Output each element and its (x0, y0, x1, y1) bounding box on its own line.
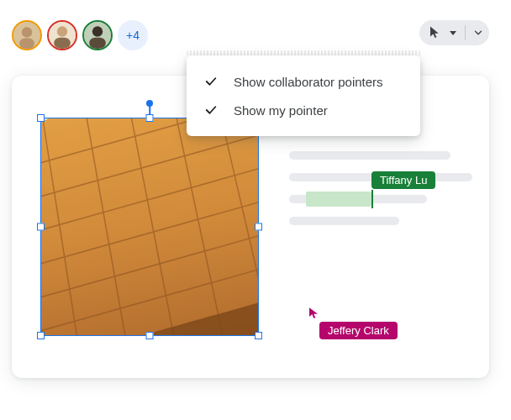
svg-point-4 (57, 26, 67, 36)
avatar[interactable] (47, 20, 77, 50)
svg-point-7 (92, 26, 103, 36)
text-line: Tiffany Lu (289, 195, 427, 203)
menu-item-label: Show my pointer (234, 103, 328, 118)
collaborator-pointer: Jeffery Clark (308, 307, 321, 323)
cursor-icon (428, 25, 443, 40)
resize-handle[interactable] (37, 114, 45, 122)
menu-item-show-collab-pointers[interactable]: Show collaborator pointers (187, 67, 420, 96)
pointer-tool-button[interactable] (419, 20, 489, 45)
avatar[interactable] (12, 20, 42, 50)
caret-down-icon (450, 31, 456, 35)
resize-handle[interactable] (255, 332, 262, 339)
rotation-handle[interactable] (146, 100, 153, 107)
divider (465, 25, 466, 40)
pointer-options-menu: Show collaborator pointers Show my point… (187, 55, 420, 136)
resize-handle[interactable] (255, 223, 262, 231)
check-icon (203, 102, 219, 118)
menu-item-label: Show collaborator pointers (234, 75, 383, 89)
collaborator-avatars: +4 (12, 20, 148, 50)
collaborator-tag: Tiffany Lu (371, 171, 435, 189)
text-placeholder-block: Tiffany Lu (289, 151, 472, 239)
text-selection-highlight (306, 192, 371, 207)
text-line (289, 217, 399, 225)
resize-handle[interactable] (146, 332, 154, 339)
svg-point-1 (22, 27, 32, 37)
svg-rect-5 (54, 38, 71, 49)
more-collaborators-badge[interactable]: +4 (118, 20, 148, 50)
menu-item-show-my-pointer[interactable]: Show my pointer (187, 96, 420, 124)
svg-rect-2 (19, 39, 34, 49)
text-line (289, 151, 450, 160)
resize-handle[interactable] (37, 332, 45, 339)
svg-rect-8 (89, 38, 106, 49)
collaborator-tag: Jeffery Clark (319, 322, 398, 339)
resize-handle[interactable] (37, 223, 45, 231)
selected-image[interactable] (40, 118, 259, 336)
avatar[interactable] (82, 20, 113, 50)
collaborator-caret (371, 190, 373, 208)
pointer-arrow-icon (308, 307, 321, 320)
check-icon (203, 74, 219, 89)
resize-handle[interactable] (146, 114, 154, 122)
chevron-down-icon[interactable] (471, 25, 486, 40)
svg-marker-10 (41, 118, 258, 335)
